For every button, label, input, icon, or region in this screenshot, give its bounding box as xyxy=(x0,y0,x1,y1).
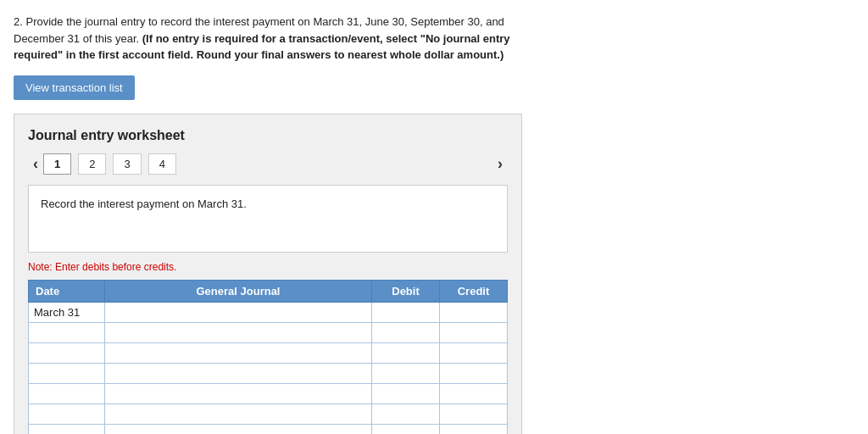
cell-gj-4[interactable] xyxy=(105,383,372,403)
cell-debit-6[interactable] xyxy=(372,424,440,434)
col-debit: Debit xyxy=(372,280,440,302)
input-credit-6[interactable] xyxy=(445,428,502,435)
question-text: 2. Provide the journal entry to record t… xyxy=(14,14,539,64)
tab-2[interactable]: 2 xyxy=(78,153,106,175)
worksheet-container: Journal entry worksheet ‹ 1 2 3 4 › Reco… xyxy=(14,114,522,435)
cell-gj-0[interactable] xyxy=(105,302,372,322)
cell-credit-5[interactable] xyxy=(440,403,508,424)
tab-4[interactable]: 4 xyxy=(148,153,176,175)
cell-gj-3[interactable] xyxy=(105,363,372,383)
col-credit: Credit xyxy=(440,280,508,302)
tab-1[interactable]: 1 xyxy=(43,153,71,175)
table-row xyxy=(29,403,508,424)
note-text: Note: Enter debits before credits. xyxy=(28,261,508,273)
tab-navigation: ‹ 1 2 3 4 › xyxy=(28,153,508,175)
input-debit-1[interactable] xyxy=(377,326,434,339)
cell-credit-0[interactable] xyxy=(440,302,508,322)
cell-debit-0[interactable] xyxy=(372,302,440,322)
table-row xyxy=(29,383,508,403)
input-credit-0[interactable] xyxy=(445,306,502,319)
input-gj-1[interactable] xyxy=(110,326,366,339)
input-debit-2[interactable] xyxy=(377,347,434,359)
input-gj-2[interactable] xyxy=(110,347,366,359)
cell-date-0: March 31 xyxy=(29,302,105,322)
table-row xyxy=(29,363,508,383)
input-debit-0[interactable] xyxy=(377,306,434,319)
journal-table: Date General Journal Debit Credit March … xyxy=(28,280,508,435)
cell-debit-4[interactable] xyxy=(372,383,440,403)
col-general-journal: General Journal xyxy=(105,280,372,302)
question-number: 2. xyxy=(14,15,23,28)
tab-prev-arrow[interactable]: ‹ xyxy=(28,153,43,175)
cell-credit-3[interactable] xyxy=(440,363,508,383)
input-credit-1[interactable] xyxy=(445,326,502,339)
cell-date-4 xyxy=(29,383,105,403)
input-debit-4[interactable] xyxy=(377,387,434,400)
col-date: Date xyxy=(29,280,105,302)
cell-debit-3[interactable] xyxy=(372,363,440,383)
table-header-row: Date General Journal Debit Credit xyxy=(29,280,508,302)
worksheet-title: Journal entry worksheet xyxy=(28,128,508,143)
input-credit-5[interactable] xyxy=(445,408,502,420)
cell-debit-5[interactable] xyxy=(372,403,440,424)
input-gj-5[interactable] xyxy=(110,408,366,420)
input-gj-0[interactable] xyxy=(110,306,366,319)
cell-gj-1[interactable] xyxy=(105,322,372,342)
input-debit-3[interactable] xyxy=(377,367,434,380)
cell-date-3 xyxy=(29,363,105,383)
tab-next-arrow[interactable]: › xyxy=(492,153,508,175)
input-credit-4[interactable] xyxy=(445,387,502,400)
cell-gj-5[interactable] xyxy=(105,403,372,424)
cell-credit-4[interactable] xyxy=(440,383,508,403)
input-gj-3[interactable] xyxy=(110,367,366,380)
input-gj-6[interactable] xyxy=(110,428,366,435)
cell-date-6 xyxy=(29,424,105,434)
cell-debit-2[interactable] xyxy=(372,342,440,363)
table-row xyxy=(29,322,508,342)
cell-date-1 xyxy=(29,322,105,342)
cell-date-5 xyxy=(29,403,105,424)
cell-gj-6[interactable] xyxy=(105,424,372,434)
cell-credit-6[interactable] xyxy=(440,424,508,434)
view-transaction-button[interactable]: View transaction list xyxy=(14,75,135,100)
cell-credit-2[interactable] xyxy=(440,342,508,363)
input-debit-5[interactable] xyxy=(377,408,434,420)
input-credit-3[interactable] xyxy=(445,367,502,380)
input-gj-4[interactable] xyxy=(110,387,366,400)
input-debit-6[interactable] xyxy=(377,428,434,435)
cell-debit-1[interactable] xyxy=(372,322,440,342)
table-row: March 31 xyxy=(29,302,508,322)
instruction-text: Record the interest payment on March 31. xyxy=(41,198,247,210)
input-credit-2[interactable] xyxy=(445,347,502,359)
cell-date-2 xyxy=(29,342,105,363)
table-row xyxy=(29,342,508,363)
cell-credit-1[interactable] xyxy=(440,322,508,342)
tab-3[interactable]: 3 xyxy=(113,153,141,175)
instruction-box: Record the interest payment on March 31. xyxy=(28,185,508,253)
table-row xyxy=(29,424,508,434)
cell-gj-2[interactable] xyxy=(105,342,372,363)
